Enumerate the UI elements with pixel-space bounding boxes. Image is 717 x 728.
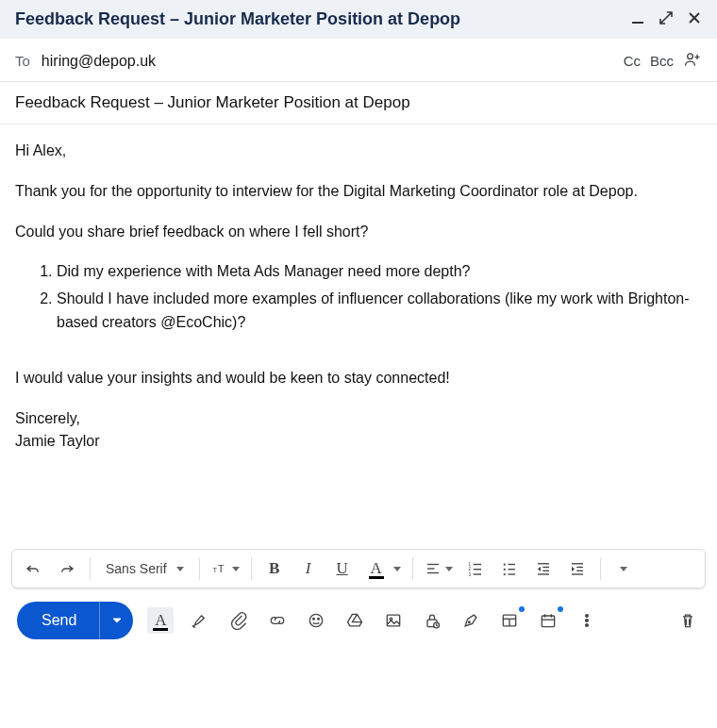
calendar-icon[interactable]: [536, 608, 560, 633]
layout-icon[interactable]: [497, 608, 522, 633]
send-button[interactable]: Send: [17, 602, 99, 639]
svg-text:1: 1: [468, 562, 471, 567]
chevron-down-icon[interactable]: [393, 567, 401, 571]
body-li1: Did my experience with Meta Ads Manager …: [57, 260, 702, 284]
svg-point-32: [313, 619, 315, 620]
svg-text:T: T: [217, 563, 224, 574]
titlebar: Feedback Request – Junior Marketer Posit…: [0, 0, 717, 39]
svg-text:2: 2: [468, 567, 471, 571]
underline-button[interactable]: U: [327, 554, 358, 584]
body-p3: I would value your insights and would be…: [15, 367, 702, 390]
svg-point-33: [318, 619, 320, 620]
bcc-button[interactable]: Bcc: [650, 53, 674, 69]
minimize-icon[interactable]: [630, 10, 645, 29]
indent-more-button[interactable]: [562, 554, 592, 584]
body-list: Did my experience with Meta Ads Manager …: [51, 260, 702, 334]
chevron-down-icon: [176, 567, 184, 571]
signature: Sincerely, Jamie Taylor: [15, 407, 702, 455]
divider: [90, 557, 91, 580]
discard-draft-icon[interactable]: [675, 608, 700, 633]
svg-point-17: [503, 563, 505, 565]
format-toolbar: Sans Serif TT B I U A 123: [11, 549, 706, 588]
window-title: Feedback Request – Junior Marketer Posit…: [15, 9, 460, 29]
more-options-icon[interactable]: [575, 608, 599, 633]
divider: [412, 557, 413, 580]
to-label: To: [15, 53, 30, 69]
svg-rect-34: [388, 615, 400, 626]
svg-text:3: 3: [468, 572, 471, 577]
chevron-down-icon: [232, 567, 240, 571]
align-button[interactable]: [421, 554, 457, 584]
chevron-down-icon: [620, 567, 627, 571]
divider: [251, 557, 252, 580]
attach-file-icon[interactable]: [226, 608, 251, 633]
signature-pen-icon[interactable]: [188, 608, 212, 633]
chevron-down-icon: [445, 567, 453, 571]
insert-emoji-icon[interactable]: [304, 608, 328, 633]
divider: [199, 557, 200, 580]
insert-link-icon[interactable]: [265, 608, 290, 633]
body-p1: Thank you for the opportunity to intervi…: [15, 180, 702, 204]
to-row[interactable]: To hiring@depop.uk Cc Bcc: [0, 39, 717, 82]
expand-icon[interactable]: [659, 10, 674, 29]
confidential-mode-icon[interactable]: [420, 608, 444, 633]
insert-photo-icon[interactable]: [381, 608, 406, 633]
svg-point-38: [469, 621, 471, 623]
send-group: Send: [17, 602, 133, 639]
svg-point-18: [503, 569, 505, 571]
italic-button[interactable]: I: [293, 554, 324, 584]
message-body[interactable]: Hi Alex, Thank you for the opportunity t…: [0, 124, 717, 549]
indent-less-button[interactable]: [528, 554, 559, 584]
bottom-toolbar: Send A: [0, 598, 717, 656]
add-contact-icon[interactable]: [683, 50, 702, 72]
svg-point-48: [586, 624, 589, 627]
body-greeting: Hi Alex,: [15, 140, 702, 163]
insert-drive-icon[interactable]: [342, 608, 367, 633]
body-li2: Should I have included more examples of …: [57, 288, 702, 335]
format-toolbar-wrap: Sans Serif TT B I U A 123: [0, 549, 717, 598]
svg-point-19: [503, 573, 505, 575]
sign-name: Jamie Taylor: [15, 430, 702, 454]
font-size-button[interactable]: TT: [208, 554, 243, 584]
sign-off: Sincerely,: [15, 407, 702, 431]
notification-dot: [558, 606, 563, 612]
bulleted-list-button[interactable]: [494, 554, 525, 584]
text-color-button[interactable]: A: [361, 554, 392, 584]
svg-point-3: [688, 54, 693, 59]
compose-window: Feedback Request – Junior Marketer Posit…: [0, 0, 717, 656]
ink-pen-icon[interactable]: [459, 608, 483, 633]
undo-button[interactable]: [18, 554, 48, 584]
subject-field[interactable]: Feedback Request – Junior Marketer Posit…: [0, 82, 717, 124]
svg-point-46: [586, 615, 589, 618]
body-p2: Could you share brief feedback on where …: [15, 221, 702, 244]
send-options-button[interactable]: [99, 602, 133, 639]
formatting-toggle-button[interactable]: A: [147, 607, 174, 634]
divider: [600, 557, 601, 580]
font-picker[interactable]: Sans Serif: [98, 554, 192, 584]
font-name: Sans Serif: [106, 561, 167, 576]
window-controls: [630, 10, 702, 29]
to-field[interactable]: hiring@depop.uk: [42, 53, 624, 70]
svg-point-31: [310, 614, 323, 626]
numbered-list-button[interactable]: 123: [460, 554, 491, 584]
notification-dot: [519, 606, 525, 612]
more-formatting-button[interactable]: [609, 554, 639, 584]
cc-bcc-controls: Cc Bcc: [624, 50, 702, 72]
svg-text:T: T: [212, 566, 217, 574]
close-icon[interactable]: [687, 10, 702, 29]
svg-point-47: [586, 620, 589, 622]
cc-button[interactable]: Cc: [624, 53, 641, 69]
bold-button[interactable]: B: [259, 554, 290, 584]
redo-button[interactable]: [52, 554, 82, 584]
svg-rect-42: [542, 616, 555, 627]
